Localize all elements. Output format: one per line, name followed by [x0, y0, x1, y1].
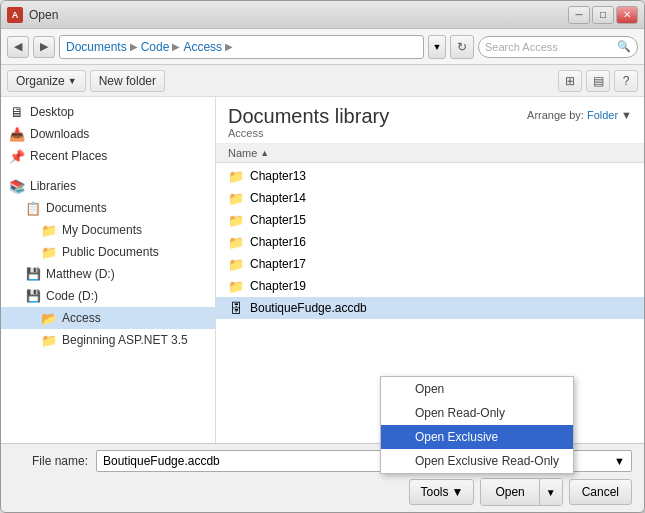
action-row: Tools ▼ Open ▼ Cancel	[13, 478, 632, 506]
breadcrumb-code[interactable]: Code	[141, 40, 170, 54]
file-item-chapter16[interactable]: 📁 Chapter16	[216, 231, 644, 253]
refresh-button[interactable]: ↻	[450, 35, 474, 59]
file-item-chapter15[interactable]: 📁 Chapter15	[216, 209, 644, 231]
cancel-button[interactable]: Cancel	[569, 479, 632, 505]
nav-item-code-drive[interactable]: 💾 Code (D:)	[1, 285, 215, 307]
arrange-by-arrow: ▼	[621, 109, 632, 121]
library-subtitle: Access	[228, 127, 389, 139]
breadcrumb[interactable]: Documents ▶ Code ▶ Access ▶	[59, 35, 424, 59]
forward-button[interactable]: ▶	[33, 36, 55, 58]
open-dropdown-menu: Open Open Read-Only Open Exclusive Open …	[380, 376, 574, 474]
search-box[interactable]: Search Access 🔍	[478, 36, 638, 58]
filetype-arrow: ▼	[614, 455, 625, 467]
close-button[interactable]: ✕	[616, 6, 638, 24]
help-icon: ?	[623, 74, 630, 88]
title-bar-left: A Open	[7, 7, 58, 23]
nav-item-matthew-drive[interactable]: 💾 Matthew (D:)	[1, 263, 215, 285]
libraries-icon: 📚	[9, 178, 25, 194]
file-list-header: Name ▲	[216, 144, 644, 163]
tools-button[interactable]: Tools ▼	[409, 479, 474, 505]
dropdown-item-open-exclusive[interactable]: Open Exclusive	[381, 425, 573, 449]
open-dialog: A Open ─ □ ✕ ◀ ▶ Documents ▶ Code ▶ Acce…	[0, 0, 645, 513]
new-folder-button[interactable]: New folder	[90, 70, 165, 92]
organize-button[interactable]: Organize ▼	[7, 70, 86, 92]
filename-label: File name:	[13, 454, 88, 468]
address-bar: ◀ ▶ Documents ▶ Code ▶ Access ▶ ▼ ↻ Sear…	[1, 29, 644, 65]
file-item-chapter17[interactable]: 📁 Chapter17	[216, 253, 644, 275]
right-header: Documents library Access Arrange by: Fol…	[216, 97, 644, 144]
nav-item-my-documents[interactable]: 📁 My Documents	[1, 219, 215, 241]
nav-item-recent-places[interactable]: 📌 Recent Places	[1, 145, 215, 167]
nav-item-desktop[interactable]: 🖥 Desktop	[1, 101, 215, 123]
app-icon: A	[7, 7, 23, 23]
column-name: Name	[228, 147, 257, 159]
view-list-button[interactable]: ▤	[586, 70, 610, 92]
title-bar: A Open ─ □ ✕	[1, 1, 644, 29]
breadcrumb-access[interactable]: Access	[183, 40, 222, 54]
folder-icon-chapter17: 📁	[228, 256, 244, 272]
folder-icon-chapter15: 📁	[228, 212, 244, 228]
nav-item-downloads[interactable]: 📥 Downloads	[1, 123, 215, 145]
dropdown-item-open[interactable]: Open	[381, 377, 573, 401]
nav-item-access[interactable]: 📂 Access	[1, 307, 215, 329]
file-item-boutiquefudge[interactable]: 🗄 BoutiqueFudge.accdb	[216, 297, 644, 319]
nav-item-public-documents[interactable]: 📁 Public Documents	[1, 241, 215, 263]
public-documents-icon: 📁	[41, 244, 57, 260]
open-dropdown-arrow[interactable]: ▼	[540, 479, 562, 505]
access-folder-icon: 📂	[41, 310, 57, 326]
desktop-folder-icon: 🖥	[9, 104, 25, 120]
recent-places-icon: 📌	[9, 148, 25, 164]
file-item-chapter19[interactable]: 📁 Chapter19	[216, 275, 644, 297]
maximize-button[interactable]: □	[592, 6, 614, 24]
list-icon: ▤	[593, 74, 604, 88]
library-title: Documents library	[228, 105, 389, 127]
search-placeholder: Search Access	[485, 41, 558, 53]
search-icon: 🔍	[617, 40, 631, 53]
arrange-by: Arrange by: Folder ▼	[527, 109, 632, 121]
back-button[interactable]: ◀	[7, 36, 29, 58]
arrange-by-value[interactable]: Folder	[587, 109, 618, 121]
view-toggle-button[interactable]: ⊞	[558, 70, 582, 92]
open-button-group: Open ▼	[480, 478, 562, 506]
folder-icon-chapter16: 📁	[228, 234, 244, 250]
file-item-chapter14[interactable]: 📁 Chapter14	[216, 187, 644, 209]
matthew-drive-icon: 💾	[25, 266, 41, 282]
dropdown-item-open-exclusive-readonly[interactable]: Open Exclusive Read-Only	[381, 449, 573, 473]
folder-icon-chapter14: 📁	[228, 190, 244, 206]
breadcrumb-dropdown[interactable]: ▼	[428, 35, 446, 59]
folder-icon-chapter13: 📁	[228, 168, 244, 184]
my-documents-icon: 📁	[41, 222, 57, 238]
sort-arrow: ▲	[260, 148, 269, 158]
nav-item-libraries[interactable]: 📚 Libraries	[1, 175, 215, 197]
breadcrumb-documents[interactable]: Documents	[66, 40, 127, 54]
window-title: Open	[29, 8, 58, 22]
dropdown-item-open-readonly[interactable]: Open Read-Only	[381, 401, 573, 425]
downloads-folder-icon: 📥	[9, 126, 25, 142]
toolbar: Organize ▼ New folder ⊞ ▤ ?	[1, 65, 644, 97]
nav-item-beginning-aspnet[interactable]: 📁 Beginning ASP.NET 3.5	[1, 329, 215, 351]
file-item-chapter13[interactable]: 📁 Chapter13	[216, 165, 644, 187]
accdb-file-icon: 🗄	[228, 300, 244, 316]
arrange-by-label: Arrange by:	[527, 109, 584, 121]
documents-icon: 📋	[25, 200, 41, 216]
nav-item-documents[interactable]: 📋 Documents	[1, 197, 215, 219]
left-panel: 🖥 Desktop 📥 Downloads 📌 Recent Places 📚 …	[1, 97, 216, 443]
tools-arrow: ▼	[451, 485, 463, 499]
organize-arrow: ▼	[68, 76, 77, 86]
aspnet-folder-icon: 📁	[41, 332, 57, 348]
code-drive-icon: 💾	[25, 288, 41, 304]
title-controls: ─ □ ✕	[568, 6, 638, 24]
help-button[interactable]: ?	[614, 70, 638, 92]
minimize-button[interactable]: ─	[568, 6, 590, 24]
view-icon: ⊞	[565, 74, 575, 88]
folder-icon-chapter19: 📁	[228, 278, 244, 294]
open-button[interactable]: Open	[481, 479, 539, 505]
